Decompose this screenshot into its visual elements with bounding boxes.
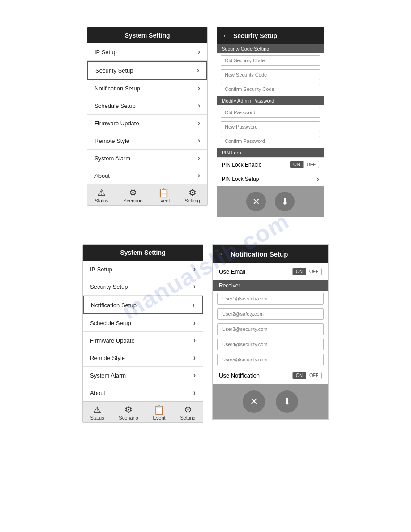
new-security-code-input[interactable] — [221, 69, 320, 80]
old-security-code-input[interactable] — [221, 55, 320, 66]
security-back-arrow[interactable]: ← — [223, 32, 230, 40]
bottom-chevron-firmware: › — [193, 336, 196, 344]
use-notification-label: Use Notification — [219, 372, 260, 379]
notification-panel-title: Notification Setup — [231, 250, 288, 258]
top-nav-scenario[interactable]: ⚙ Scenario — [123, 188, 142, 203]
receiver-label: Receiver — [213, 280, 328, 291]
notification-back-arrow[interactable]: ← — [219, 250, 226, 258]
top-menu-remote-style-label: Remote Style — [94, 137, 129, 144]
bottom-status-icon: ⚠ — [93, 405, 101, 414]
bottom-menu-ip-setup[interactable]: IP Setup › — [83, 261, 203, 278]
security-setup-panel: ← Security Setup Security Code Setting M… — [217, 27, 324, 217]
bottom-chevron-ip: › — [193, 265, 196, 273]
top-nav-bar: ⚠ Status ⚙ Scenario 📋 Event ⚙ Setting — [87, 184, 207, 205]
confirm-security-code-input[interactable] — [221, 84, 320, 94]
top-menu-system-alarm[interactable]: System Alarm › — [87, 150, 207, 167]
top-menu-firmware-update-label: Firmware Update — [94, 120, 139, 127]
top-nav-setting[interactable]: ⚙ Setting — [184, 188, 200, 203]
top-menu-firmware-update[interactable]: Firmware Update › — [87, 115, 207, 132]
bottom-menu-remote-style[interactable]: Remote Style › — [83, 349, 203, 367]
notif-toggle-on[interactable]: ON — [293, 372, 306, 379]
bottom-nav-scenario[interactable]: ⚙ Scenario — [119, 405, 138, 420]
receiver-4-input[interactable] — [217, 339, 324, 350]
bottom-menu-notification-setup[interactable]: Notification Setup › — [83, 296, 203, 314]
notification-cancel-button[interactable]: ✕ — [243, 390, 265, 413]
notification-setup-panel: ← Notification Setup Use Email ON OFF Re… — [212, 244, 329, 420]
pin-lock-enable-row: PIN Lock Enable ON OFF — [217, 157, 324, 172]
receiver-5-input[interactable] — [217, 354, 324, 365]
bottom-menu-schedule-setup[interactable]: Schedule Setup › — [83, 314, 203, 332]
bottom-menu-notification-setup-label: Notification Setup — [91, 302, 137, 309]
top-menu-ip-setup[interactable]: IP Setup › — [87, 43, 207, 61]
email-toggle-off[interactable]: OFF — [306, 268, 321, 275]
bottom-nav-status-label: Status — [90, 415, 104, 420]
security-cancel-button[interactable]: ✕ — [246, 192, 266, 211]
top-menu-security-setup[interactable]: Security Setup › — [87, 61, 207, 80]
top-row: System Setting IP Setup › Security Setup… — [87, 27, 324, 217]
bottom-chevron-remote: › — [193, 354, 196, 362]
bottom-menu-about-label: About — [90, 390, 105, 396]
bottom-nav-setting-label: Setting — [180, 415, 195, 420]
bottom-nav-event[interactable]: 📋 Event — [153, 405, 165, 420]
confirm-password-input[interactable] — [221, 136, 320, 146]
top-menu-schedule-setup[interactable]: Schedule Setup › — [87, 97, 207, 115]
top-chevron-firmware: › — [198, 119, 200, 127]
bottom-chevron-notification: › — [193, 301, 195, 309]
bottom-nav-bar: ⚠ Status ⚙ Scenario 📋 Event ⚙ Setting — [83, 401, 203, 422]
pin-lock-label: PIN Lock — [217, 148, 324, 157]
pin-lock-section: PIN Lock Enable ON OFF PIN Lock Setup › — [217, 157, 324, 186]
use-email-row: Use Email ON OFF — [213, 263, 328, 280]
security-header: ← Security Setup — [217, 27, 324, 44]
pin-lock-setup-row[interactable]: PIN Lock Setup › — [217, 172, 324, 186]
top-chevron-ip: › — [198, 48, 200, 56]
top-menu-remote-style[interactable]: Remote Style › — [87, 132, 207, 150]
bottom-menu-security-setup[interactable]: Security Setup › — [83, 278, 203, 296]
bottom-row: System Setting IP Setup › Security Setup… — [82, 244, 329, 423]
bottom-menu-firmware-update[interactable]: Firmware Update › — [83, 332, 203, 349]
top-chevron-about: › — [198, 172, 200, 180]
use-email-toggle[interactable]: ON OFF — [292, 268, 322, 275]
bottom-menu-ip-setup-label: IP Setup — [90, 266, 112, 273]
top-menu-about[interactable]: About › — [87, 167, 207, 184]
receiver-2-input[interactable] — [217, 308, 324, 320]
toggle-off-label[interactable]: OFF — [303, 161, 319, 168]
security-save-button[interactable]: ⬇ — [275, 192, 295, 211]
top-chevron-notification: › — [198, 84, 200, 92]
pin-lock-setup-label: PIN Lock Setup — [222, 176, 259, 182]
top-menu-about-label: About — [94, 172, 110, 179]
receiver-3-input[interactable] — [217, 323, 324, 335]
top-chevron-schedule: › — [198, 102, 200, 110]
new-password-input[interactable] — [221, 121, 320, 132]
top-nav-status[interactable]: ⚠ Status — [94, 188, 108, 203]
bottom-panel-title: System Setting — [83, 245, 203, 261]
bottom-menu-security-setup-label: Security Setup — [90, 283, 128, 290]
status-icon: ⚠ — [98, 188, 106, 197]
bottom-menu-about[interactable]: About › — [83, 384, 203, 401]
pin-lock-toggle[interactable]: ON OFF — [290, 161, 319, 168]
top-menu-notification-setup-label: Notification Setup — [94, 85, 140, 92]
bottom-nav-status[interactable]: ⚠ Status — [90, 405, 104, 420]
bottom-nav-setting[interactable]: ⚙ Setting — [180, 405, 195, 420]
top-menu-schedule-setup-label: Schedule Setup — [94, 103, 136, 109]
bottom-menu-remote-style-label: Remote Style — [90, 355, 125, 361]
top-system-setting-panel: System Setting IP Setup › Security Setup… — [87, 27, 208, 206]
toggle-on-label[interactable]: ON — [290, 161, 303, 168]
top-menu-ip-setup-label: IP Setup — [94, 49, 117, 56]
security-panel-title: Security Setup — [233, 32, 277, 39]
bottom-event-icon: 📋 — [154, 405, 165, 414]
use-notification-toggle[interactable]: ON OFF — [292, 372, 322, 379]
top-menu-items: IP Setup › Security Setup › Notification… — [87, 43, 207, 184]
receiver-1-input[interactable] — [217, 293, 324, 305]
notification-save-button[interactable]: ⬇ — [276, 390, 298, 413]
old-password-input[interactable] — [221, 107, 320, 118]
notif-toggle-off[interactable]: OFF — [306, 372, 321, 379]
bottom-menu-system-alarm[interactable]: System Alarm › — [83, 367, 203, 384]
notification-action-bar: ✕ ⬇ — [213, 384, 328, 419]
bottom-system-setting-panel: System Setting IP Setup › Security Setup… — [82, 244, 203, 423]
top-nav-event[interactable]: 📋 Event — [157, 188, 170, 203]
top-chevron-alarm: › — [198, 154, 200, 162]
bottom-menu-items: IP Setup › Security Setup › Notification… — [83, 261, 203, 401]
pin-lock-enable-label: PIN Lock Enable — [222, 162, 261, 168]
email-toggle-on[interactable]: ON — [293, 268, 306, 275]
top-menu-notification-setup[interactable]: Notification Setup › — [87, 80, 207, 97]
